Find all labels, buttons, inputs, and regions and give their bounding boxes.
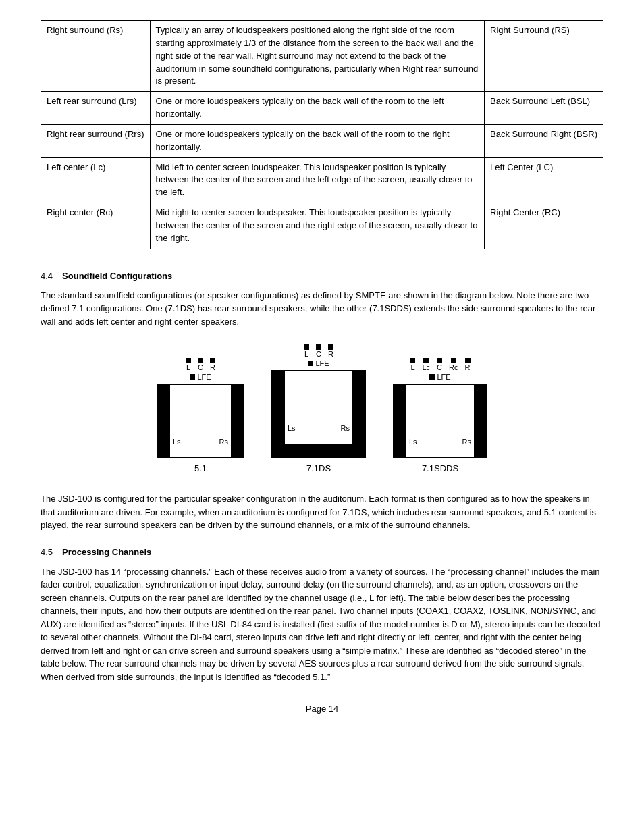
left-panel-51 (158, 385, 170, 457)
label-lrs-71ds: Lrs (288, 446, 298, 454)
speaker-row-71ds: L C R (300, 344, 337, 358)
page-number: Page 14 (41, 704, 603, 714)
table-row: Left center (Lc)Mid left to center scree… (41, 157, 603, 203)
speaker-table: Right surround (Rs)Typically an array of… (41, 20, 603, 249)
table-cell-col3-3: Left Center (LC) (485, 157, 603, 203)
table-cell-col1-3: Left center (Lc) (41, 157, 151, 203)
speaker-R-71ds: R (328, 344, 333, 358)
table-row: Right rear surround (Rrs)One or more lou… (41, 124, 603, 157)
section-45-title: Processing Channels (62, 547, 151, 557)
label-rs-51: Rs (219, 438, 228, 446)
table-cell-col2-2: One or more loudspeakers typically on th… (150, 124, 485, 157)
speaker-L-71ds: L (304, 344, 309, 358)
lfe-label-51: LFE (197, 373, 211, 381)
section-44-body: The standard soundfield configurations (… (41, 289, 603, 329)
table-cell-col2-3: Mid left to center screen loudspeaker. T… (150, 157, 485, 203)
diagram-label-71ds: 7.1DS (306, 463, 331, 473)
table-cell-col1-1: Left rear surround (Lrs) (41, 92, 151, 125)
room-71ds: Ls Rs Lrs Rrs (271, 370, 366, 458)
right-panel-71sdds (474, 385, 486, 457)
section-45-heading: 4.5 Processing Channels (41, 544, 603, 561)
label-ls-71ds: Ls (288, 424, 296, 432)
table-row: Right center (Rc)Mid right to center scr… (41, 203, 603, 249)
table-cell-col3-0: Right Surround (RS) (485, 21, 603, 92)
lfe-square-51 (190, 374, 195, 380)
table-row: Left rear surround (Lrs)One or more loud… (41, 92, 603, 125)
table-cell-col3-1: Back Surround Left (BSL) (485, 92, 603, 125)
lfe-square-71sdds (429, 374, 435, 380)
lfe-row-71sdds: LFE (429, 373, 450, 381)
speaker-C-71ds: C (316, 344, 321, 358)
section-44-heading: 4.4 Soundfield Configurations (41, 268, 603, 285)
table-cell-col1-4: Right center (Rc) (41, 203, 151, 249)
room-51: Ls Rs (157, 384, 244, 458)
diagram-71sdds: L Lc C Rc R LFE (393, 358, 487, 473)
section-44-title: Soundfield Configurations (62, 271, 172, 281)
label-rs-71ds: Rs (341, 424, 350, 432)
speaker-L-71sdds: L (410, 358, 415, 371)
bottom-panel-71ds (273, 444, 365, 457)
diagram-71ds: L C R LFE Ls Rs Lrs Rrs 7.1DS (271, 344, 366, 473)
label-ls-71sdds: Ls (409, 438, 417, 446)
diagram-label-51: 5.1 (194, 463, 207, 473)
speaker-R-71sdds: R (465, 358, 471, 371)
label-ls-51: Ls (173, 438, 181, 446)
table-cell-col2-1: One or more loudspeakers typically on th… (150, 92, 485, 125)
right-panel-51 (231, 385, 243, 457)
section-45-body: The JSD-100 has 14 “processing channels.… (41, 565, 603, 684)
speaker-Lc-71sdds: Lc (422, 358, 430, 371)
lfe-square-71ds (308, 361, 313, 366)
lfe-label-71ds: LFE (315, 359, 329, 367)
table-cell-col1-0: Right surround (Rs) (41, 21, 151, 92)
speaker-C-51: C (198, 358, 203, 371)
speaker-Rc-71sdds: Rc (449, 358, 458, 371)
lfe-row-71ds: LFE (308, 359, 329, 367)
table-cell-col3-2: Back Surround Right (BSR) (485, 124, 603, 157)
lfe-label-71sdds: LFE (437, 373, 450, 381)
table-cell-col2-4: Mid right to center screen loudspeaker. … (150, 203, 485, 249)
table-cell-col2-0: Typically an array of loudspeakers posit… (150, 21, 485, 92)
speaker-C-71sdds: C (437, 358, 442, 371)
speaker-row-71sdds: L Lc C Rc R (406, 358, 473, 371)
between-sections-body: The JSD-100 is configured for the partic… (41, 492, 603, 532)
diagram-label-71sdds: 7.1SDDS (422, 463, 458, 473)
diagram-51: L C R LFE Ls Rs 5.1 (157, 358, 244, 473)
label-rrs-71ds: Rrs (338, 446, 350, 454)
room-71sdds: Ls Rs (393, 384, 487, 458)
table-cell-col3-4: Right Center (RC) (485, 203, 603, 249)
table-cell-col1-2: Right rear surround (Rrs) (41, 124, 151, 157)
speaker-L-51: L (186, 358, 191, 371)
diagrams-container: L C R LFE Ls Rs 5.1 L (41, 344, 603, 473)
speaker-row-51: L C R (182, 358, 219, 371)
table-row: Right surround (Rs)Typically an array of… (41, 21, 603, 92)
label-rs-71sdds: Rs (462, 438, 471, 446)
section-44-number: 4.4 (41, 271, 53, 281)
left-panel-71sdds (394, 385, 406, 457)
speaker-R-51: R (210, 358, 215, 371)
lfe-row-51: LFE (190, 373, 211, 381)
section-45-number: 4.5 (41, 547, 53, 557)
